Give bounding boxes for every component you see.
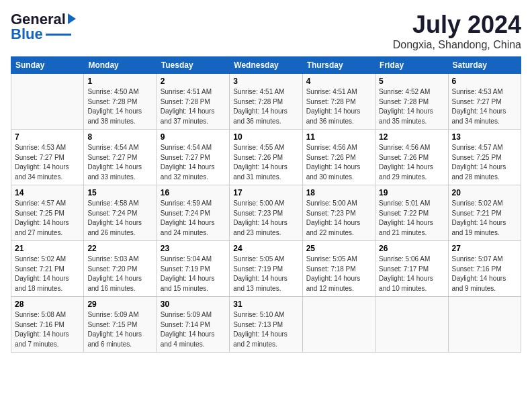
day-number: 4 [306,77,371,86]
calendar-cell: 29Sunrise: 5:09 AMSunset: 7:15 PMDayligh… [84,297,157,353]
calendar-cell: 2Sunrise: 4:51 AMSunset: 7:28 PMDaylight… [157,74,229,130]
calendar-cell: 30Sunrise: 5:09 AMSunset: 7:14 PMDayligh… [157,297,229,353]
calendar-cell: 25Sunrise: 5:05 AMSunset: 7:18 PMDayligh… [302,241,375,297]
day-number: 5 [379,77,444,86]
day-number: 21 [15,244,80,253]
day-info: Sunrise: 5:03 AMSunset: 7:20 PMDaylight:… [87,255,152,293]
calendar-cell: 13Sunrise: 4:57 AMSunset: 7:25 PMDayligh… [448,130,521,185]
day-info: Sunrise: 4:51 AMSunset: 7:28 PMDaylight:… [233,87,298,126]
logo-underline [46,34,71,36]
day-number: 7 [15,132,80,142]
weekday-header-saturday: Saturday [448,57,521,74]
weekday-header-wednesday: Wednesday [230,57,302,74]
day-number: 6 [452,77,517,86]
day-info: Sunrise: 4:59 AMSunset: 7:24 PMDaylight:… [161,199,226,238]
day-info: Sunrise: 4:50 AMSunset: 7:28 PMDaylight:… [87,87,152,126]
day-number: 13 [452,132,517,142]
day-number: 27 [452,244,517,253]
calendar-cell: 22Sunrise: 5:03 AMSunset: 7:20 PMDayligh… [84,241,157,297]
day-number: 22 [87,244,152,253]
day-info: Sunrise: 4:57 AMSunset: 7:25 PMDaylight:… [15,199,80,238]
day-info: Sunrise: 4:52 AMSunset: 7:28 PMDaylight:… [379,87,444,126]
day-number: 24 [233,244,298,253]
calendar-cell: 12Sunrise: 4:56 AMSunset: 7:26 PMDayligh… [375,130,448,185]
calendar-cell: 5Sunrise: 4:52 AMSunset: 7:28 PMDaylight… [375,74,448,130]
day-number: 18 [306,188,371,197]
day-number: 12 [379,132,444,142]
weekday-header-monday: Monday [84,57,157,74]
day-info: Sunrise: 4:58 AMSunset: 7:24 PMDaylight:… [87,199,152,238]
weekday-header-thursday: Thursday [302,57,375,74]
day-info: Sunrise: 5:04 AMSunset: 7:19 PMDaylight:… [161,255,226,293]
weekday-header-tuesday: Tuesday [157,57,229,74]
day-info: Sunrise: 4:51 AMSunset: 7:28 PMDaylight:… [161,87,226,126]
title-block: July 2024 Dongxia, Shandong, China [393,11,521,51]
weekday-header-row: SundayMondayTuesdayWednesdayThursdayFrid… [11,57,521,74]
week-row-3: 14Sunrise: 4:57 AMSunset: 7:25 PMDayligh… [11,185,521,241]
day-number: 29 [87,300,152,309]
day-info: Sunrise: 5:07 AMSunset: 7:16 PMDaylight:… [452,255,517,293]
day-number: 30 [161,300,226,309]
day-info: Sunrise: 4:56 AMSunset: 7:26 PMDaylight:… [379,143,444,182]
calendar-cell: 14Sunrise: 4:57 AMSunset: 7:25 PMDayligh… [11,185,84,241]
day-number: 20 [452,188,517,197]
day-number: 10 [233,132,298,142]
day-info: Sunrise: 5:09 AMSunset: 7:14 PMDaylight:… [161,310,226,349]
week-row-4: 21Sunrise: 5:02 AMSunset: 7:21 PMDayligh… [11,241,521,297]
calendar-cell: 20Sunrise: 5:02 AMSunset: 7:21 PMDayligh… [448,185,521,241]
day-number: 3 [233,77,298,86]
logo-blue: Blue [11,26,43,43]
calendar-cell: 9Sunrise: 4:54 AMSunset: 7:27 PMDaylight… [157,130,229,185]
day-number: 2 [161,77,226,86]
location-title: Dongxia, Shandong, China [393,39,521,51]
day-info: Sunrise: 4:55 AMSunset: 7:26 PMDaylight:… [233,143,298,182]
calendar-cell: 21Sunrise: 5:02 AMSunset: 7:21 PMDayligh… [11,241,84,297]
day-number: 19 [379,188,444,197]
day-info: Sunrise: 5:09 AMSunset: 7:15 PMDaylight:… [87,310,152,349]
logo-arrow-icon [68,13,76,24]
day-number: 17 [233,188,298,197]
calendar-cell: 27Sunrise: 5:07 AMSunset: 7:16 PMDayligh… [448,241,521,297]
day-info: Sunrise: 5:02 AMSunset: 7:21 PMDaylight:… [15,255,80,293]
calendar-cell: 7Sunrise: 4:53 AMSunset: 7:27 PMDaylight… [11,130,84,185]
calendar-cell [375,297,448,353]
calendar-cell: 23Sunrise: 5:04 AMSunset: 7:19 PMDayligh… [157,241,229,297]
day-number: 8 [87,132,152,142]
day-number: 23 [161,244,226,253]
calendar-cell [302,297,375,353]
day-info: Sunrise: 4:53 AMSunset: 7:27 PMDaylight:… [452,87,517,126]
logo: General Blue [11,11,76,43]
calendar-cell: 18Sunrise: 5:00 AMSunset: 7:23 PMDayligh… [302,185,375,241]
day-info: Sunrise: 5:05 AMSunset: 7:19 PMDaylight:… [233,255,298,293]
day-info: Sunrise: 5:01 AMSunset: 7:22 PMDaylight:… [379,199,444,238]
day-info: Sunrise: 4:56 AMSunset: 7:26 PMDaylight:… [306,143,371,182]
calendar-cell: 4Sunrise: 4:51 AMSunset: 7:28 PMDaylight… [302,74,375,130]
calendar-cell: 19Sunrise: 5:01 AMSunset: 7:22 PMDayligh… [375,185,448,241]
calendar-cell: 15Sunrise: 4:58 AMSunset: 7:24 PMDayligh… [84,185,157,241]
day-number: 1 [87,77,152,86]
weekday-header-sunday: Sunday [11,57,84,74]
day-info: Sunrise: 5:02 AMSunset: 7:21 PMDaylight:… [452,199,517,238]
logo-text: General Blue [11,11,76,43]
week-row-5: 28Sunrise: 5:08 AMSunset: 7:16 PMDayligh… [11,297,521,353]
calendar-cell: 1Sunrise: 4:50 AMSunset: 7:28 PMDaylight… [84,74,157,130]
calendar-cell: 16Sunrise: 4:59 AMSunset: 7:24 PMDayligh… [157,185,229,241]
calendar-cell: 11Sunrise: 4:56 AMSunset: 7:26 PMDayligh… [302,130,375,185]
calendar-cell: 10Sunrise: 4:55 AMSunset: 7:26 PMDayligh… [230,130,302,185]
month-year-title: July 2024 [393,11,521,39]
day-number: 26 [379,244,444,253]
day-info: Sunrise: 4:51 AMSunset: 7:28 PMDaylight:… [306,87,371,126]
day-info: Sunrise: 5:08 AMSunset: 7:16 PMDaylight:… [15,310,80,349]
day-info: Sunrise: 5:06 AMSunset: 7:17 PMDaylight:… [379,255,444,293]
page-header: General Blue July 2024 Dongxia, Shandong… [11,11,521,51]
weekday-header-friday: Friday [375,57,448,74]
day-number: 25 [306,244,371,253]
calendar-cell: 8Sunrise: 4:54 AMSunset: 7:27 PMDaylight… [84,130,157,185]
calendar-cell: 26Sunrise: 5:06 AMSunset: 7:17 PMDayligh… [375,241,448,297]
day-info: Sunrise: 4:57 AMSunset: 7:25 PMDaylight:… [452,143,517,182]
calendar-cell: 31Sunrise: 5:10 AMSunset: 7:13 PMDayligh… [230,297,302,353]
day-number: 11 [306,132,371,142]
calendar-cell [448,297,521,353]
week-row-1: 1Sunrise: 4:50 AMSunset: 7:28 PMDaylight… [11,74,521,130]
calendar-table: SundayMondayTuesdayWednesdayThursdayFrid… [11,56,521,353]
